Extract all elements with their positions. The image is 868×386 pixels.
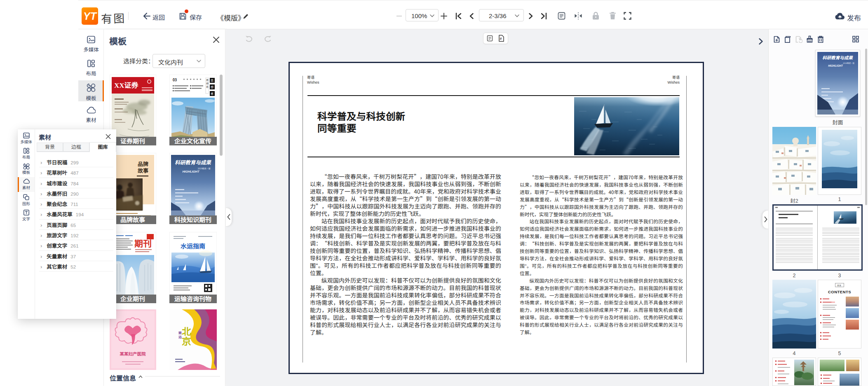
- svg-text:思: 思: [211, 78, 213, 82]
- svg-text:HIGHLIGHT: HIGHLIGHT: [828, 64, 843, 67]
- svg-text:HIGHLIGHT: HIGHLIGHT: [182, 170, 200, 173]
- svg-text:者: 者: [211, 91, 213, 96]
- svg-text:2019精选·版: 2019精选·版: [843, 62, 854, 64]
- svg-text:#: #: [500, 37, 502, 41]
- svg-text:运输咨询刊物: 运输咨询刊物: [174, 294, 211, 303]
- svg-text:2019精选·版: 2019精选·版: [197, 167, 210, 170]
- svg-text:企业文化宣传: 企业文化宣传: [174, 136, 211, 145]
- svg-text:品牌故事: 品牌故事: [120, 215, 145, 224]
- svg-text:京: 京: [182, 334, 191, 348]
- svg-text:XX证券: XX证券: [114, 80, 139, 90]
- svg-text:者: 者: [206, 85, 209, 89]
- svg-text:故事: 故事: [138, 166, 148, 174]
- svg-text:证券期刊: 证券期刊: [120, 136, 145, 145]
- svg-text:企业期刊: 企业期刊: [120, 294, 145, 303]
- svg-text:03: 03: [173, 77, 177, 82]
- svg-text:科研教育与成果: 科研教育与成果: [822, 54, 853, 61]
- svg-text:想: 想: [211, 85, 213, 89]
- svg-text:水运指南: 水运指南: [181, 241, 205, 250]
- svg-text:远: 远: [178, 335, 182, 339]
- svg-text:某某妇产医院: 某某妇产医院: [120, 351, 146, 357]
- svg-text:科研教育与成果: 科研教育与成果: [175, 158, 211, 166]
- svg-text:科技知识期刊: 科技知识期刊: [174, 215, 211, 224]
